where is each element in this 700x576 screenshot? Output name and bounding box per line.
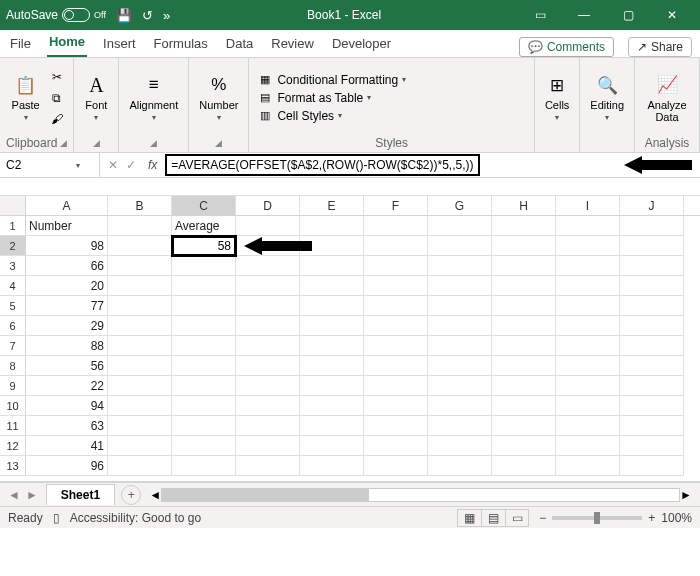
cell[interactable] <box>364 436 428 456</box>
cells-button[interactable]: ⊞ Cells ▾ <box>541 71 573 124</box>
alignment-button[interactable]: ≡ Alignment ▾ <box>125 71 182 124</box>
cell[interactable] <box>172 256 236 276</box>
cell[interactable] <box>108 256 172 276</box>
col-header-b[interactable]: B <box>108 196 172 215</box>
cell[interactable]: 29 <box>26 316 108 336</box>
cancel-formula-icon[interactable]: ✕ <box>108 158 118 172</box>
cell[interactable] <box>492 216 556 236</box>
zoom-level[interactable]: 100% <box>661 511 692 525</box>
row-header[interactable]: 12 <box>0 436 26 456</box>
tab-insert[interactable]: Insert <box>101 32 138 57</box>
cell[interactable] <box>172 316 236 336</box>
cell[interactable] <box>364 276 428 296</box>
row-header[interactable]: 11 <box>0 416 26 436</box>
cell[interactable] <box>492 456 556 476</box>
cell[interactable] <box>492 236 556 256</box>
maximize-icon[interactable]: ▢ <box>606 0 650 30</box>
dialog-launcher-icon[interactable]: ◢ <box>215 138 222 148</box>
cell[interactable] <box>492 256 556 276</box>
cell[interactable] <box>172 296 236 316</box>
cell[interactable] <box>428 396 492 416</box>
cell[interactable]: 63 <box>26 416 108 436</box>
paste-button[interactable]: 📋 Paste ▾ <box>8 71 44 124</box>
tab-developer[interactable]: Developer <box>330 32 393 57</box>
cell[interactable] <box>108 396 172 416</box>
cell[interactable] <box>492 276 556 296</box>
cell[interactable]: 66 <box>26 256 108 276</box>
autosave-toggle[interactable]: AutoSave Off <box>6 8 106 22</box>
cell[interactable] <box>428 216 492 236</box>
cell[interactable]: 77 <box>26 296 108 316</box>
cell[interactable] <box>108 336 172 356</box>
col-header-d[interactable]: D <box>236 196 300 215</box>
cell[interactable] <box>428 296 492 316</box>
cell[interactable] <box>428 316 492 336</box>
cell[interactable] <box>620 256 684 276</box>
select-all-corner[interactable] <box>0 196 26 215</box>
cell[interactable] <box>620 396 684 416</box>
row-header[interactable]: 1 <box>0 216 26 236</box>
comments-button[interactable]: 💬 Comments <box>519 37 614 57</box>
scroll-right-icon[interactable]: ► <box>680 488 692 502</box>
cell[interactable] <box>108 376 172 396</box>
cell[interactable] <box>300 276 364 296</box>
save-icon[interactable]: 💾 <box>116 8 132 23</box>
cell[interactable] <box>364 236 428 256</box>
row-header[interactable]: 13 <box>0 456 26 476</box>
view-pagebreak-icon[interactable]: ▭ <box>505 509 529 527</box>
cell[interactable] <box>364 296 428 316</box>
sheet-tab[interactable]: Sheet1 <box>46 484 115 505</box>
name-box-input[interactable] <box>6 158 76 172</box>
cell[interactable]: 94 <box>26 396 108 416</box>
font-button[interactable]: A Font ▾ <box>80 71 112 124</box>
cell[interactable] <box>556 256 620 276</box>
cell[interactable] <box>556 236 620 256</box>
copy-icon[interactable]: ⧉ <box>48 89 66 107</box>
cell[interactable]: 20 <box>26 276 108 296</box>
cell[interactable] <box>236 456 300 476</box>
close-icon[interactable]: ✕ <box>650 0 694 30</box>
row-header[interactable]: 10 <box>0 396 26 416</box>
cell[interactable] <box>428 416 492 436</box>
cell-styles-button[interactable]: ▥Cell Styles▾ <box>255 108 408 124</box>
name-box[interactable]: ▾ <box>0 153 100 177</box>
cell[interactable] <box>620 276 684 296</box>
cell[interactable] <box>364 336 428 356</box>
dialog-launcher-icon[interactable]: ◢ <box>93 138 100 148</box>
cell[interactable] <box>428 356 492 376</box>
cell[interactable] <box>108 236 172 256</box>
cell[interactable]: Average <box>172 216 236 236</box>
col-header-g[interactable]: G <box>428 196 492 215</box>
row-header[interactable]: 7 <box>0 336 26 356</box>
col-header-a[interactable]: A <box>26 196 108 215</box>
scrollbar-thumb[interactable] <box>162 489 369 501</box>
cell[interactable] <box>620 416 684 436</box>
cell[interactable] <box>108 356 172 376</box>
row-header[interactable]: 2 <box>0 236 26 256</box>
dialog-launcher-icon[interactable]: ◢ <box>150 138 157 148</box>
cell[interactable] <box>236 256 300 276</box>
share-button[interactable]: ↗ Share <box>628 37 692 57</box>
cell[interactable] <box>556 396 620 416</box>
cell[interactable] <box>364 216 428 236</box>
cell[interactable] <box>620 376 684 396</box>
cell[interactable] <box>364 416 428 436</box>
cell[interactable] <box>556 356 620 376</box>
cut-icon[interactable]: ✂ <box>48 68 66 86</box>
tab-review[interactable]: Review <box>269 32 316 57</box>
cell[interactable] <box>300 416 364 436</box>
cell[interactable] <box>236 216 300 236</box>
tab-data[interactable]: Data <box>224 32 255 57</box>
cell[interactable] <box>492 376 556 396</box>
cell[interactable] <box>236 376 300 396</box>
sheet-nav-next-icon[interactable]: ► <box>26 488 38 502</box>
cell[interactable]: 98 <box>26 236 108 256</box>
enter-formula-icon[interactable]: ✓ <box>126 158 136 172</box>
formula-bar-expand[interactable] <box>0 178 700 196</box>
cell[interactable] <box>620 356 684 376</box>
cell[interactable] <box>428 256 492 276</box>
cell[interactable] <box>620 236 684 256</box>
cell[interactable] <box>364 376 428 396</box>
cell[interactable] <box>300 436 364 456</box>
cell[interactable] <box>620 316 684 336</box>
